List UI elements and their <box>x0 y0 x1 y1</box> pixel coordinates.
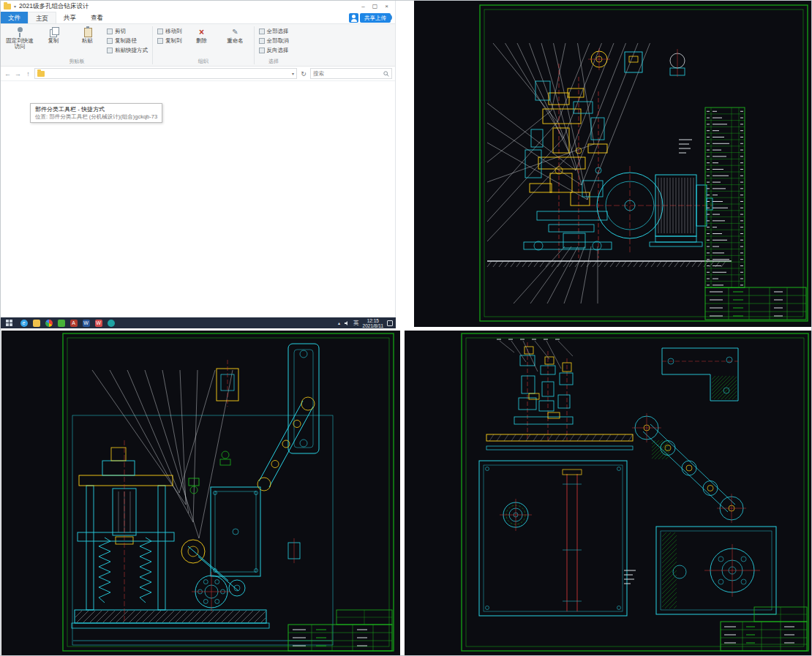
delete-label: 删除 <box>196 38 207 44</box>
select-none-icon <box>259 38 265 44</box>
taskbar: e A W W ▴ 英 12:15 2021/8/11 <box>1 317 396 328</box>
cad-press-drawing <box>1 331 400 656</box>
tab-home[interactable]: 主页 <box>28 12 56 23</box>
start-button[interactable] <box>6 320 12 326</box>
cloud-upload-button[interactable]: 共享上传 <box>349 13 391 23</box>
paste-shortcut-label: 粘贴快捷方式 <box>115 47 148 54</box>
ribbon-group-organize: 移动到 复制到 × 删除 ✎ 重命名 <box>155 25 252 66</box>
search-input[interactable] <box>313 70 382 77</box>
minimize-button[interactable]: – <box>358 1 369 12</box>
tooltip-title: 部件分类工具栏 - 快捷方式 <box>35 105 157 113</box>
select-all-label: 全部选择 <box>267 28 289 35</box>
tab-view[interactable]: 查看 <box>83 12 110 23</box>
copy-icon <box>48 26 59 37</box>
cut-label: 剪切 <box>115 28 126 35</box>
invert-selection-icon <box>259 48 265 53</box>
system-tray: ▴ 英 12:15 2021/8/11 <box>338 318 396 328</box>
clock-date: 2021/8/11 <box>363 323 383 328</box>
titlebar: ▾ 2021级多孔组合钻床设计 – ▢ × <box>1 1 395 12</box>
close-button[interactable]: × <box>381 1 392 12</box>
select-all-button[interactable]: 全部选择 <box>257 27 291 36</box>
ribbon-group-clipboard: 固定到快速访问 复制 粘贴 剪切 <box>4 25 150 66</box>
taskbar-viewer-icon[interactable] <box>105 317 117 328</box>
taskbar-chrome-icon[interactable] <box>42 317 55 328</box>
notification-center-icon[interactable] <box>387 320 393 326</box>
cad-panel-part-views-drawing <box>405 331 812 656</box>
clock-time: 12:15 <box>363 318 383 323</box>
cad-assembly-drawing <box>414 1 812 327</box>
paste-icon <box>82 26 93 37</box>
tab-share[interactable]: 共享 <box>56 12 83 23</box>
copy-label: 复制 <box>48 38 59 44</box>
copy-to-icon <box>157 38 163 44</box>
up-icon[interactable]: ↑ <box>24 70 32 78</box>
back-icon[interactable]: ← <box>4 70 12 78</box>
search-box[interactable] <box>310 68 392 79</box>
taskbar-wechat-icon[interactable] <box>55 317 67 328</box>
file-explorer-window: ▾ 2021级多孔组合钻床设计 – ▢ × 文件 主页 共享 查看 ▴ ? 共享… <box>1 1 396 317</box>
item-tooltip: 部件分类工具栏 - 快捷方式 位置: 部件分类工具栏 (分机械设计)(组合)gc… <box>30 103 162 123</box>
copy-path-button[interactable]: 复制路径 <box>105 37 150 45</box>
ribbon-tabs: 文件 主页 共享 查看 ▴ ? <box>1 12 395 24</box>
tooltip-location: 位置: 部件分类工具栏 (分机械设计)(组合)gckqb-73 <box>35 113 157 121</box>
address-dropdown-icon[interactable]: ▾ <box>292 71 294 76</box>
pin-label: 固定到快速访问 <box>4 38 35 50</box>
delete-button[interactable]: × 删除 <box>186 25 218 45</box>
move-to-label: 移动到 <box>165 28 182 35</box>
rename-icon: ✎ <box>230 26 241 37</box>
ribbon-divider <box>254 26 255 64</box>
cut-button[interactable]: 剪切 <box>105 27 150 36</box>
address-bar[interactable]: ▾ <box>34 68 297 79</box>
paste-button[interactable]: 粘贴 <box>71 25 103 45</box>
cloud-upload-label: 共享上传 <box>360 13 391 23</box>
group-label-clipboard: 剪贴板 <box>4 57 150 66</box>
copy-button[interactable]: 复制 <box>37 25 69 45</box>
forward-icon[interactable]: → <box>14 70 22 78</box>
paste-shortcut-button[interactable]: 粘贴快捷方式 <box>105 46 150 55</box>
window-title: 2021级多孔组合钻床设计 <box>19 2 355 11</box>
select-none-button[interactable]: 全部取消 <box>257 37 291 45</box>
rename-button[interactable]: ✎ 重命名 <box>219 25 252 45</box>
group-label-organize: 组织 <box>155 57 252 66</box>
move-to-icon <box>157 29 163 34</box>
cad-panel-assembly-drawing <box>414 1 812 327</box>
select-all-icon <box>259 29 265 34</box>
qat-customize-icon[interactable]: ▾ <box>14 4 16 9</box>
folder-icon <box>37 71 45 77</box>
copy-to-label: 复制到 <box>165 37 182 45</box>
volume-icon[interactable] <box>344 320 350 326</box>
taskbar-clock[interactable]: 12:15 2021/8/11 <box>363 318 383 328</box>
taskbar-file-explorer-icon[interactable] <box>30 317 42 328</box>
select-none-label: 全部取消 <box>267 37 289 45</box>
cut-icon <box>107 29 113 34</box>
taskbar-wps-icon[interactable]: W <box>92 317 105 328</box>
rename-label: 重命名 <box>227 38 244 44</box>
copy-path-label: 复制路径 <box>115 37 137 45</box>
taskbar-edge-icon[interactable]: e <box>18 317 30 328</box>
delete-icon: × <box>196 26 207 37</box>
ribbon-group-select: 全部选择 全部取消 反向选择 选择 <box>257 25 291 66</box>
group-label-select: 选择 <box>257 57 291 66</box>
copy-to-button[interactable]: 复制到 <box>155 37 184 45</box>
taskbar-cad-icon[interactable]: A <box>67 317 80 328</box>
explorer-app-icon <box>4 4 11 10</box>
pin-to-quick-access-button[interactable]: 固定到快速访问 <box>4 25 36 51</box>
ribbon-divider <box>152 26 153 64</box>
refresh-icon[interactable]: ↻ <box>299 70 308 78</box>
move-to-button[interactable]: 移动到 <box>155 27 184 36</box>
desktop-composite: ▾ 2021级多孔组合钻床设计 – ▢ × 文件 主页 共享 查看 ▴ ? 共享… <box>0 0 812 656</box>
invert-selection-button[interactable]: 反向选择 <box>257 46 291 55</box>
cad-panel-press-drawing <box>1 331 400 656</box>
tray-expand-icon[interactable]: ▴ <box>338 320 340 325</box>
search-icon <box>383 71 389 77</box>
ime-indicator[interactable]: 英 <box>353 320 359 327</box>
folder-content-area[interactable]: 部件分类工具栏 - 快捷方式 位置: 部件分类工具栏 (分机械设计)(组合)gc… <box>1 81 395 317</box>
tab-file[interactable]: 文件 <box>1 12 28 23</box>
maximize-button[interactable]: ▢ <box>369 1 380 12</box>
cad-part-views-drawing <box>405 331 812 656</box>
paste-label: 粘贴 <box>82 38 93 44</box>
address-row: ← → ↑ ▾ ↻ <box>1 67 395 81</box>
paste-shortcut-icon <box>107 48 113 53</box>
ribbon: 共享上传 固定到快速访问 复制 粘贴 <box>1 24 395 67</box>
taskbar-word-icon[interactable]: W <box>80 317 92 328</box>
